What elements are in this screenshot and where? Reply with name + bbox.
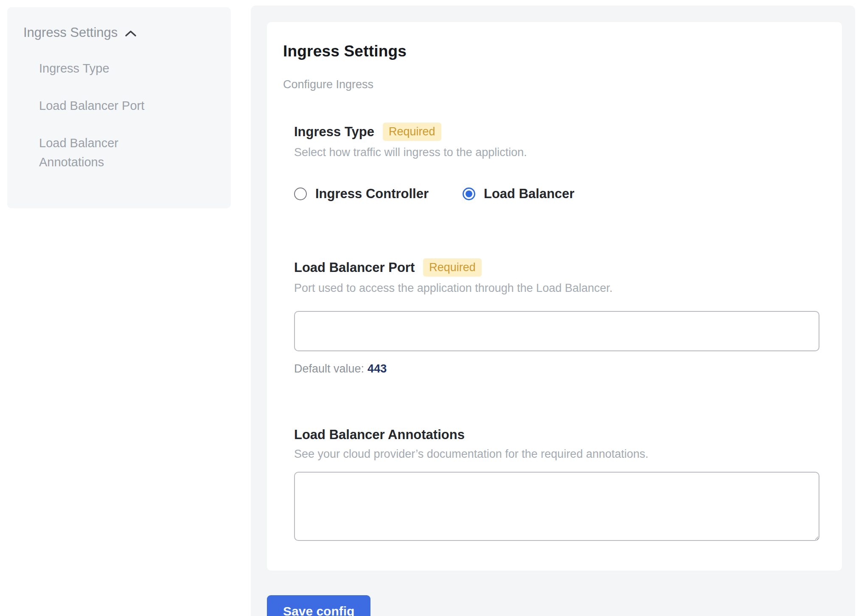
radio-label-ingress-controller: Ingress Controller bbox=[315, 186, 429, 202]
radio-option-load-balancer[interactable]: Load Balancer bbox=[463, 186, 575, 202]
sidebar-item-load-balancer-annotations[interactable]: Load Balancer Annotations bbox=[39, 134, 179, 173]
radio-button-ingress-controller[interactable] bbox=[294, 188, 307, 200]
card-body: Ingress Type Required Select how traffic… bbox=[294, 123, 821, 541]
radio-option-ingress-controller[interactable]: Ingress Controller bbox=[294, 186, 429, 202]
section-load-balancer-port: Load Balancer Port Required Port used to… bbox=[294, 258, 821, 375]
chevron-up-icon bbox=[124, 29, 137, 38]
settings-nav-panel: Ingress Settings Ingress Type Load Balan… bbox=[7, 7, 231, 208]
sidebar-item-ingress-type[interactable]: Ingress Type bbox=[39, 59, 179, 78]
section-heading-load-balancer-port: Load Balancer Port bbox=[294, 260, 415, 275]
sidebar-item-list: Ingress Type Load Balancer Port Load Bal… bbox=[23, 59, 215, 172]
default-value-line: Default value:443 bbox=[294, 362, 821, 375]
section-heading-row: Load Balancer Annotations bbox=[294, 427, 821, 442]
required-badge: Required bbox=[423, 258, 482, 277]
section-description-ingress-type: Select how traffic will ingress to the a… bbox=[294, 146, 821, 159]
required-badge: Required bbox=[383, 123, 441, 141]
page-title: Ingress Settings bbox=[283, 42, 821, 60]
section-heading-ingress-type: Ingress Type bbox=[294, 124, 374, 140]
main-panel: Ingress Settings Configure Ingress Ingre… bbox=[251, 6, 855, 616]
save-config-button[interactable]: Save config bbox=[267, 595, 370, 616]
radio-label-load-balancer: Load Balancer bbox=[484, 186, 575, 202]
sidebar-section-ingress-settings[interactable]: Ingress Settings bbox=[23, 25, 215, 40]
section-ingress-type: Ingress Type Required Select how traffic… bbox=[294, 123, 821, 202]
sidebar-section-label: Ingress Settings bbox=[23, 25, 118, 40]
main-column: Ingress Settings Configure Ingress Ingre… bbox=[245, 0, 864, 616]
default-value: 443 bbox=[367, 362, 387, 375]
radio-button-load-balancer[interactable] bbox=[463, 188, 475, 200]
page-subtitle: Configure Ingress bbox=[283, 78, 821, 91]
default-value-label: Default value: bbox=[294, 362, 364, 375]
section-heading-load-balancer-annotations: Load Balancer Annotations bbox=[294, 427, 465, 442]
sidebar-item-load-balancer-port[interactable]: Load Balancer Port bbox=[39, 96, 179, 116]
section-heading-row: Ingress Type Required bbox=[294, 123, 821, 141]
load-balancer-port-input[interactable] bbox=[294, 311, 819, 351]
section-heading-row: Load Balancer Port Required bbox=[294, 258, 821, 277]
left-column: Ingress Settings Ingress Type Load Balan… bbox=[0, 0, 245, 616]
load-balancer-annotations-textarea[interactable] bbox=[294, 472, 819, 541]
section-description-load-balancer-annotations: See your cloud provider’s documentation … bbox=[294, 448, 821, 461]
ingress-type-radio-group: Ingress Controller Load Balancer bbox=[294, 186, 821, 202]
section-load-balancer-annotations: Load Balancer Annotations See your cloud… bbox=[294, 427, 821, 541]
section-description-load-balancer-port: Port used to access the application thro… bbox=[294, 282, 821, 295]
ingress-settings-card: Ingress Settings Configure Ingress Ingre… bbox=[267, 22, 842, 571]
